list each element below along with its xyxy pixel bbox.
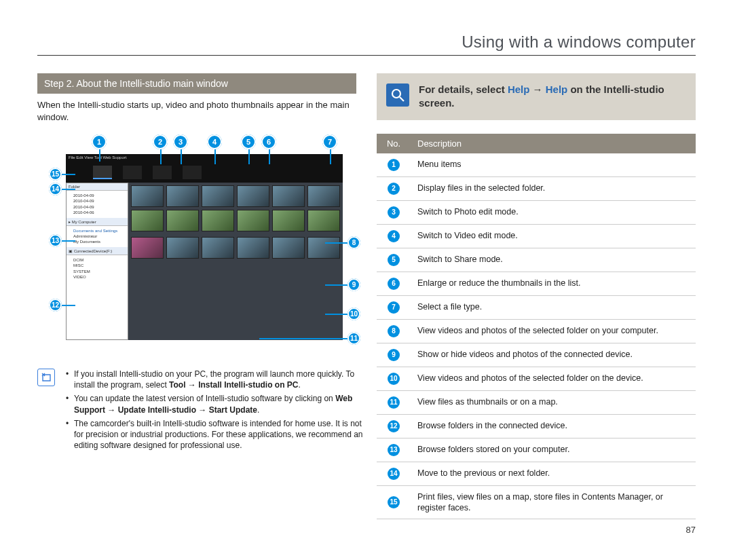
intro-text: When the Intelli-studio starts up, video… xyxy=(37,99,356,123)
row-description: View videos and photos of the selected f… xyxy=(411,367,696,390)
note-item-2: You can update the latest version of Int… xyxy=(66,393,363,415)
callout-11: 11 xyxy=(347,332,360,345)
table-row: 12Browse folders in the connected device… xyxy=(377,414,696,438)
table-row: 8View videos and photos of the selected … xyxy=(377,319,696,343)
row-description: Enlarge or reduce the thumbnails in the … xyxy=(411,272,696,295)
help-banner: For details, select Help → Help on the I… xyxy=(377,73,696,120)
row-description: Print files, view files on a map, store … xyxy=(411,485,696,519)
callout-14: 14 xyxy=(49,183,62,195)
note-icon xyxy=(37,369,55,386)
row-number-badge: 8 xyxy=(388,325,400,337)
row-number-badge: 7 xyxy=(388,301,400,314)
callout-10: 10 xyxy=(347,307,360,320)
table-head-no: No. xyxy=(377,134,411,153)
row-number-badge: 15 xyxy=(388,496,400,508)
table-row: 11View files as thumbnails or on a map. xyxy=(377,390,696,414)
callout-9: 9 xyxy=(347,278,360,291)
callout-13: 13 xyxy=(49,234,62,247)
svg-point-0 xyxy=(392,90,400,98)
table-row: 4Switch to Video edit mode. xyxy=(377,224,696,248)
row-number-badge: 10 xyxy=(388,373,400,385)
step-heading: Step 2. About the Intelli-studio main wi… xyxy=(37,73,356,94)
row-number-badge: 2 xyxy=(388,183,400,195)
callout-3: 3 xyxy=(173,134,188,149)
note-item-1: If you install Intelli-studio on your PC… xyxy=(66,369,363,390)
row-number-badge: 6 xyxy=(388,278,400,290)
row-number-badge: 13 xyxy=(388,444,400,456)
row-number-badge: 1 xyxy=(388,159,400,171)
table-row: 13Browse folders stored on your computer… xyxy=(377,438,696,462)
row-number-badge: 5 xyxy=(388,254,400,266)
row-description: Browse folders in the connected device. xyxy=(411,414,696,438)
table-row: 3Switch to Photo edit mode. xyxy=(377,200,696,224)
app-sidebar: Folder 2010-04-092010-04-092010-04-09201… xyxy=(66,183,128,340)
row-description: Switch to Share mode. xyxy=(411,248,696,272)
page-title: Using with a windows computer xyxy=(37,33,696,56)
app-menu-bar: File Edit View Tool Web Support xyxy=(66,154,343,162)
table-row: 7Select a file type. xyxy=(377,295,696,319)
row-description: Show or hide videos and photos of the co… xyxy=(411,343,696,367)
row-description: Switch to Photo edit mode. xyxy=(411,200,696,224)
help-link-2: Help xyxy=(546,83,568,95)
row-number-badge: 12 xyxy=(388,420,400,432)
row-description: Display files in the selected folder. xyxy=(411,176,696,200)
table-row: 2Display files in the selected folder. xyxy=(377,176,696,200)
magnifier-icon xyxy=(386,83,409,107)
row-description: Move to the previous or next folder. xyxy=(411,462,696,485)
row-description: Switch to Video edit mode. xyxy=(411,224,696,248)
table-row: 5Switch to Share mode. xyxy=(377,248,696,272)
table-row: 14Move to the previous or next folder. xyxy=(377,462,696,485)
note-box: If you install Intelli-studio on your PC… xyxy=(37,369,363,453)
table-row: 6Enlarge or reduce the thumbnails in the… xyxy=(377,272,696,295)
callout-4: 4 xyxy=(207,134,222,149)
row-number-badge: 9 xyxy=(388,349,400,361)
callout-12: 12 xyxy=(49,299,62,312)
callout-1: 1 xyxy=(92,134,107,149)
callout-8: 8 xyxy=(347,236,360,249)
row-description: Menu items xyxy=(411,153,696,177)
row-description: View videos and photos of the selected f… xyxy=(411,319,696,343)
row-description: Select a file type. xyxy=(411,295,696,319)
row-number-badge: 3 xyxy=(388,206,400,219)
table-row: 10View videos and photos of the selected… xyxy=(377,367,696,390)
callout-6: 6 xyxy=(261,134,276,149)
row-number-badge: 4 xyxy=(388,230,400,242)
description-table: No. Description 1Menu items2Display file… xyxy=(377,134,696,520)
table-head-desc: Description xyxy=(411,134,696,153)
table-row: 15Print files, view files on a map, stor… xyxy=(377,485,696,519)
callout-2: 2 xyxy=(153,134,168,149)
intelli-studio-figure: File Edit View Tool Web Support Folder 2… xyxy=(52,132,354,356)
callout-5: 5 xyxy=(241,134,256,149)
app-screenshot: File Edit View Tool Web Support Folder 2… xyxy=(66,154,343,340)
table-row: 9Show or hide videos and photos of the c… xyxy=(377,343,696,367)
app-thumbnail-area xyxy=(128,183,343,340)
row-number-badge: 11 xyxy=(388,396,400,409)
help-link-1: Help xyxy=(508,83,530,95)
callout-7: 7 xyxy=(322,134,337,149)
svg-line-1 xyxy=(400,97,404,101)
callout-15: 15 xyxy=(49,168,62,181)
row-number-badge: 14 xyxy=(388,468,400,480)
page-number: 87 xyxy=(377,525,696,535)
row-description: Browse folders stored on your computer. xyxy=(411,438,696,462)
row-description: View files as thumbnails or on a map. xyxy=(411,390,696,414)
table-row: 1Menu items xyxy=(377,153,696,177)
app-top-tabs xyxy=(66,162,343,183)
note-item-3: The camcorder's built-in Intelli-studio … xyxy=(66,418,363,451)
